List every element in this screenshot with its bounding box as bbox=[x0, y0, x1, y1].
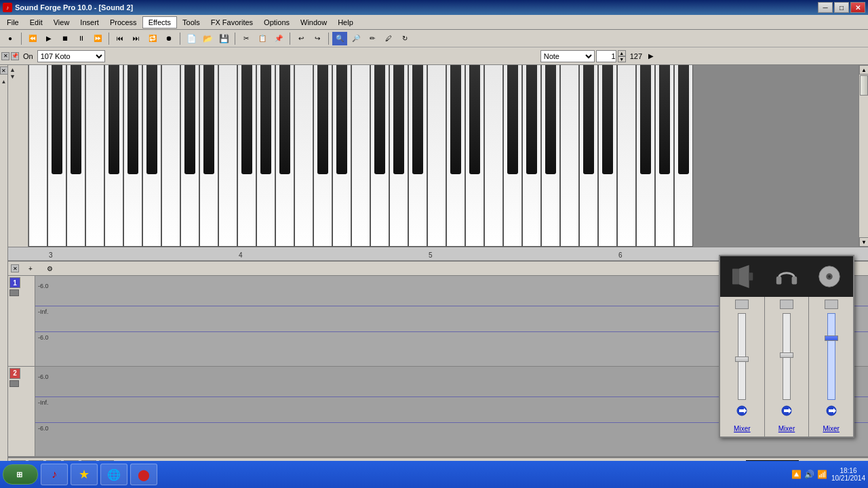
white-key[interactable] bbox=[617, 65, 636, 247]
fader-track-2[interactable] bbox=[783, 313, 791, 400]
menu-view[interactable]: View bbox=[48, 17, 75, 28]
black-key[interactable] bbox=[545, 65, 556, 174]
black-key[interactable] bbox=[640, 65, 651, 174]
white-key[interactable] bbox=[161, 65, 180, 247]
white-key[interactable] bbox=[294, 65, 313, 247]
tb-prev[interactable]: ⏮ bbox=[113, 32, 127, 45]
number-input[interactable] bbox=[596, 50, 616, 62]
menu-help[interactable]: Help bbox=[332, 17, 359, 28]
scroll-thumb[interactable] bbox=[860, 75, 868, 96]
white-key[interactable] bbox=[28, 65, 47, 247]
menu-edit[interactable]: Edit bbox=[24, 17, 48, 28]
black-key[interactable] bbox=[317, 65, 328, 174]
white-key[interactable] bbox=[427, 65, 446, 247]
tb-save[interactable]: 💾 bbox=[216, 32, 231, 45]
black-key[interactable] bbox=[659, 65, 670, 174]
tb-undo[interactable]: ↩ bbox=[294, 32, 309, 45]
track-2-mute[interactable] bbox=[9, 380, 19, 387]
black-key[interactable] bbox=[602, 65, 613, 174]
piano-pin[interactable]: 📌 bbox=[11, 52, 19, 60]
tb-end[interactable]: ⏩ bbox=[90, 32, 105, 45]
white-key[interactable] bbox=[85, 65, 104, 247]
black-key[interactable] bbox=[526, 65, 537, 174]
tb-record[interactable]: ● bbox=[3, 32, 18, 45]
black-key[interactable] bbox=[393, 65, 404, 174]
tb-open[interactable]: 📂 bbox=[200, 32, 215, 45]
piano-scrollbar[interactable]: ▲ ▼ bbox=[859, 65, 868, 247]
mixer-label-1[interactable]: Mixer bbox=[720, 420, 765, 436]
title-controls[interactable]: ─ □ ✕ bbox=[818, 2, 865, 13]
tb-tool3[interactable]: ↻ bbox=[397, 32, 412, 45]
black-key[interactable] bbox=[108, 65, 119, 174]
mute-1[interactable] bbox=[735, 300, 749, 309]
black-key[interactable] bbox=[241, 65, 252, 174]
menu-file[interactable]: File bbox=[1, 17, 24, 28]
fader-track-3[interactable] bbox=[827, 313, 835, 400]
piano-close[interactable]: ✕ bbox=[1, 52, 9, 60]
menu-fx-favorites[interactable]: FX Favorites bbox=[205, 17, 258, 28]
tb-rewind[interactable]: ⏪ bbox=[25, 32, 40, 45]
spin-down[interactable]: ▼ bbox=[618, 56, 626, 62]
mute-2[interactable] bbox=[780, 300, 793, 309]
vol-btn-3[interactable] bbox=[825, 404, 838, 418]
fader-thumb-1[interactable] bbox=[735, 357, 749, 362]
arrow-right[interactable]: ▶ bbox=[644, 49, 658, 63]
mixer-label-2[interactable]: Mixer bbox=[765, 420, 810, 436]
tracks-close[interactable]: ✕ bbox=[11, 264, 19, 272]
black-key[interactable] bbox=[184, 65, 195, 174]
white-key[interactable] bbox=[484, 65, 503, 247]
black-key[interactable] bbox=[127, 65, 138, 174]
black-key[interactable] bbox=[450, 65, 461, 174]
black-key[interactable] bbox=[336, 65, 347, 174]
add-track[interactable]: + bbox=[23, 262, 38, 275]
tb-next[interactable]: ⏭ bbox=[129, 32, 144, 45]
tb-paste[interactable]: 📌 bbox=[271, 32, 286, 45]
tb-cut[interactable]: ✂ bbox=[239, 32, 254, 45]
black-key[interactable] bbox=[52, 65, 62, 174]
black-key[interactable] bbox=[469, 65, 480, 174]
tb-new[interactable]: 📄 bbox=[184, 32, 199, 45]
tb-pause[interactable]: ⏸ bbox=[74, 32, 89, 45]
menu-window[interactable]: Window bbox=[295, 17, 332, 28]
menu-insert[interactable]: Insert bbox=[75, 17, 104, 28]
black-key[interactable] bbox=[260, 65, 271, 174]
tb-tool2[interactable]: 🖊 bbox=[381, 32, 396, 45]
black-key[interactable] bbox=[146, 65, 157, 174]
white-key[interactable] bbox=[560, 65, 579, 247]
menu-tools[interactable]: Tools bbox=[177, 17, 205, 28]
vol-btn-2[interactable] bbox=[780, 404, 793, 418]
black-key[interactable] bbox=[71, 65, 81, 174]
minimize-button[interactable]: ─ bbox=[818, 2, 833, 13]
note-select[interactable]: Note bbox=[540, 50, 595, 62]
tb-play[interactable]: ▶ bbox=[41, 32, 56, 45]
scroll-down[interactable]: ▼ bbox=[859, 237, 868, 247]
tb-copy[interactable]: 📋 bbox=[255, 32, 270, 45]
tb-stop[interactable]: ⏹ bbox=[58, 32, 73, 45]
tb-loop[interactable]: 🔁 bbox=[145, 32, 160, 45]
taskbar-chrome-app[interactable]: 🌐 bbox=[100, 464, 127, 485]
fader-thumb-3[interactable] bbox=[825, 336, 838, 341]
tb-tool1[interactable]: ✏ bbox=[365, 32, 380, 45]
instrument-select[interactable]: 107 Koto bbox=[37, 50, 105, 62]
start-button[interactable]: ⊞ bbox=[3, 464, 38, 485]
black-key[interactable] bbox=[583, 65, 594, 174]
close-button[interactable]: ✕ bbox=[850, 2, 865, 13]
taskbar-yellow-app[interactable]: ★ bbox=[71, 464, 98, 485]
black-key[interactable] bbox=[678, 65, 689, 174]
tracks-settings[interactable]: ⚙ bbox=[42, 262, 57, 275]
close-left[interactable]: ✕ bbox=[0, 66, 8, 75]
tb-redo[interactable]: ↪ bbox=[310, 32, 325, 45]
white-key[interactable] bbox=[218, 65, 237, 247]
scroll-up[interactable]: ▲ bbox=[859, 65, 868, 75]
fader-track-1[interactable] bbox=[738, 313, 746, 400]
black-key[interactable] bbox=[279, 65, 290, 174]
black-key[interactable] bbox=[507, 65, 518, 174]
track-1-mute[interactable] bbox=[9, 289, 19, 296]
number-spinner[interactable]: ▲ ▼ bbox=[618, 50, 626, 62]
taskbar-red-app[interactable]: ⬤ bbox=[130, 464, 157, 485]
black-key[interactable] bbox=[374, 65, 385, 174]
taskbar-sf-app[interactable]: ♪ bbox=[41, 464, 68, 485]
maximize-button[interactable]: □ bbox=[834, 2, 849, 13]
menu-effects[interactable]: Effects bbox=[142, 16, 177, 28]
black-key[interactable] bbox=[203, 65, 214, 174]
